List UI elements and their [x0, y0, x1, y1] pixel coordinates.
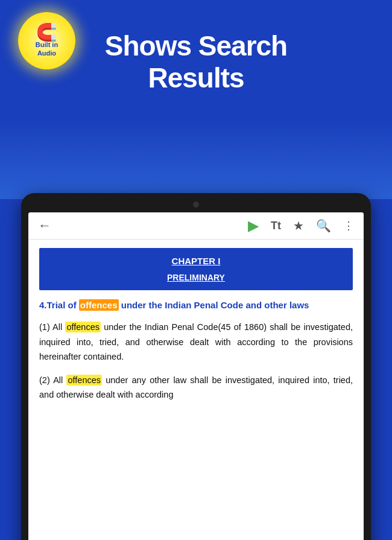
app-toolbar: ← ▶ Tt ★ 🔍 ⋮: [28, 212, 364, 240]
magnet-icon: 🧲: [36, 24, 57, 41]
more-options-button[interactable]: ⋮: [343, 219, 354, 232]
audio-badge: 🧲 Built in Audio: [18, 12, 75, 69]
section-heading: 4.Trial of offences under the Indian Pen…: [39, 299, 353, 313]
chapter-title: CHAPTER I: [44, 254, 348, 268]
highlight-offences-1: offences: [79, 299, 119, 311]
highlight-offences-3: offences: [66, 375, 102, 386]
paragraph-2: (2) All offences under any other law sha…: [39, 373, 353, 402]
back-button[interactable]: ←: [38, 218, 51, 233]
tablet-device: ← ▶ Tt ★ 🔍 ⋮ CHAPTER I PRELIMINARY 4.Tri…: [21, 193, 371, 540]
chapter-subtitle: PRELIMINARY: [44, 271, 348, 284]
paragraph-1: (1) All offences under the Indian Penal …: [39, 320, 353, 364]
tablet-screen: ← ▶ Tt ★ 🔍 ⋮ CHAPTER I PRELIMINARY 4.Tri…: [28, 212, 364, 540]
play-button[interactable]: ▶: [248, 217, 259, 234]
bookmark-button[interactable]: ★: [293, 218, 304, 233]
book-content: CHAPTER I PRELIMINARY 4.Trial of offence…: [28, 240, 364, 540]
page-title: Shows Search Results: [105, 30, 287, 94]
badge-text: Built in Audio: [36, 41, 58, 57]
search-button[interactable]: 🔍: [316, 218, 331, 233]
font-size-button[interactable]: Tt: [271, 220, 281, 232]
highlight-offences-2: offences: [65, 322, 101, 332]
chapter-header: CHAPTER I PRELIMINARY: [39, 248, 353, 290]
tablet-camera: [193, 202, 199, 208]
